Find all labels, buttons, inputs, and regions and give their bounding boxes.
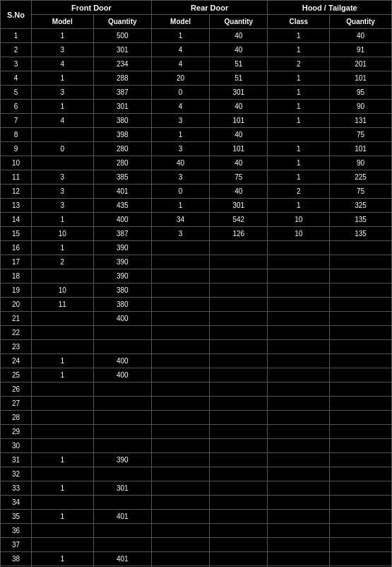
table-cell: 1 [31,481,93,496]
table-cell [330,255,392,269]
table-cell [330,382,392,397]
table-cell: 3 [151,170,209,185]
table-cell [93,425,151,439]
table-cell [268,255,330,269]
table-cell: 435 [93,199,151,213]
table-cell: 10 [1,156,32,170]
table-cell: 1 [268,29,330,43]
table-cell [210,354,268,368]
table-cell: 28 [1,411,32,425]
table-row: 533870301195 [1,86,392,100]
table-cell: 26 [1,382,32,397]
table-cell [210,481,268,496]
table-cell: 19 [1,284,32,298]
table-cell: 10 [31,227,93,241]
table-cell [330,538,392,552]
table-cell [330,354,392,368]
table-cell [151,255,209,269]
table-cell [268,128,330,142]
table-cell [93,340,151,354]
rd-model-header: Model [151,15,209,29]
table-cell: 500 [93,29,151,43]
table-cell [330,496,392,510]
table-cell [268,496,330,510]
table-cell [268,411,330,425]
table-cell [330,284,392,298]
table-cell: 1 [31,552,93,566]
table-cell [268,467,330,481]
table-cell: 380 [93,114,151,128]
table-cell: 34 [151,213,209,227]
table-cell: 13 [1,199,32,213]
table-cell [330,453,392,467]
table-cell: 301 [210,199,268,213]
table-cell [268,510,330,524]
table-cell [31,496,93,510]
table-cell [151,284,209,298]
table-cell [31,128,93,142]
table-cell: 301 [93,43,151,57]
table-cell [151,439,209,453]
table-row: 4128820511101 [1,71,392,86]
table-cell [210,326,268,340]
table-cell [151,354,209,368]
table-cell: 11 [31,298,93,312]
table-cell [210,510,268,524]
table-cell [151,312,209,326]
table-cell: 33 [1,481,32,496]
table-cell [330,425,392,439]
table-cell: 16 [1,241,32,255]
table-cell [330,269,392,284]
table-row: 1910380 [1,284,392,298]
table-cell: 201 [330,57,392,71]
table-cell [330,397,392,411]
table-cell [330,411,392,425]
table-cell: 225 [330,170,392,185]
table-row: 61301440190 [1,100,392,114]
table-cell: 27 [1,397,32,411]
table-cell: 301 [93,100,151,114]
table-cell [210,312,268,326]
table-cell: 34 [1,496,32,510]
table-cell: 4 [151,57,209,71]
table-cell: 40 [330,29,392,43]
table-cell: 1 [268,142,330,156]
table-cell: 1 [1,29,32,43]
table-cell [330,510,392,524]
table-cell [151,425,209,439]
table-cell [210,368,268,382]
table-row: 311390 [1,453,392,467]
table-cell [151,340,209,354]
table-cell: 4 [31,57,93,71]
table-cell [151,397,209,411]
table-cell [268,312,330,326]
table-cell: 95 [330,86,392,100]
table-row: 37 [1,538,392,552]
table-cell [268,241,330,255]
table-cell [268,538,330,552]
table-row: 839814075 [1,128,392,142]
table-cell [93,397,151,411]
front-door-header: Front Door [31,1,151,15]
table-cell [93,439,151,453]
table-cell: 1 [268,114,330,128]
table-cell: 5 [1,86,32,100]
table-cell [210,524,268,538]
header-row-2: Model Quantity Model Quantity Class Quan… [1,15,392,29]
table-cell: 90 [330,156,392,170]
table-row: 32 [1,467,392,481]
table-cell [31,425,93,439]
table-cell [151,524,209,538]
table-cell: 4 [151,43,209,57]
table-cell [210,255,268,269]
table-cell [330,241,392,255]
table-row: 11500140140 [1,29,392,43]
table-cell [268,326,330,340]
table-cell: 400 [93,312,151,326]
table-cell: 1 [31,241,93,255]
table-cell [268,340,330,354]
table-cell [31,538,93,552]
table-cell [210,538,268,552]
table-row: 9028031011101 [1,142,392,156]
table-cell [93,496,151,510]
